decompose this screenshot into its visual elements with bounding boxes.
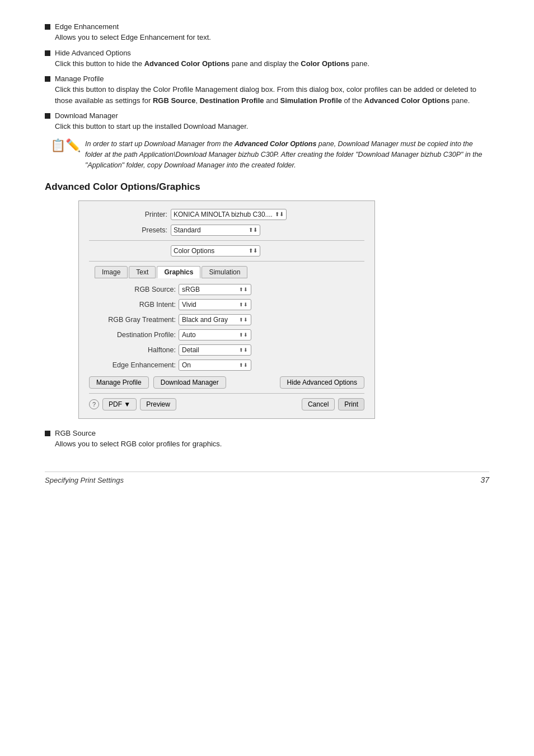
rgb-gray-treatment-arrow-icon: ⬆⬇ [239,317,248,323]
edge-enhancement-label: Edge Enhancement: [89,361,176,369]
page-footer: Specifying Print Settings 37 [45,472,489,484]
bullet-desc: Click this button to hide the Advanced C… [55,58,369,69]
bullet-title: Manage Profile [55,74,489,83]
presets-select[interactable]: Standard ⬆⬇ [171,225,260,236]
footer-left: Specifying Print Settings [45,476,124,484]
halftone-select[interactable]: Detail ⬆⬇ [179,344,251,356]
rgb-source-arrow-icon: ⬆⬇ [239,287,248,292]
bullet-square-icon [45,431,50,436]
panel-arrow-icon: ⬆⬇ [249,248,257,254]
panel-select[interactable]: Color Options ⬆⬇ [171,245,260,256]
bold-text: RGB Source [153,96,196,105]
bullet-title: Download Manager [55,111,248,120]
rgb-intent-row: RGB Intent: Vivid ⬆⬇ [89,299,364,310]
presets-row: Presets: Standard ⬆⬇ [89,225,364,236]
presets-arrow-icon: ⬆⬇ [249,227,257,233]
printer-label: Printer: [89,211,167,218]
edge-enhancement-row: Edge Enhancement: On ⬆⬇ [89,360,364,371]
bullet-manage-profile: Manage Profile Click this button to disp… [45,74,489,106]
print-button[interactable]: Print [338,398,364,410]
bullet-desc: Allows you to select RGB color profiles … [55,438,222,450]
presets-label: Presets: [89,226,167,234]
note-text: In order to start up Download Manager fr… [85,139,489,171]
bold-text: Color Options [301,59,349,68]
rgb-source-select[interactable]: sRGB ⬆⬇ [179,284,251,295]
destination-profile-row: Destination Profile: Auto ⬆⬇ [89,329,364,340]
rgb-gray-treatment-label: RGB Gray Treatment: [89,316,176,324]
bottom-bar: ? PDF ▼ Preview Cancel Print [89,393,364,410]
rgb-source-value: sRGB [182,286,200,293]
hide-advanced-options-button[interactable]: Hide Advanced Options [280,376,364,389]
divider [89,240,364,241]
rgb-gray-treatment-value: Black and Gray [182,316,228,324]
printer-row: Printer: KONICA MINOLTA bizhub C30.... ⬆… [89,209,364,220]
bullet-rgb-source: RGB Source Allows you to select RGB colo… [45,429,489,450]
rgb-intent-arrow-icon: ⬆⬇ [239,302,248,307]
help-button[interactable]: ? [89,399,99,409]
action-buttons-row: Manage Profile Download Manager Hide Adv… [89,376,364,389]
bullet-square-icon [45,113,50,119]
tab-text[interactable]: Text [129,266,156,278]
rgb-intent-label: RGB Intent: [89,301,176,309]
tab-image[interactable]: Image [95,266,128,278]
page-number: 37 [480,475,489,484]
destination-profile-select[interactable]: Auto ⬆⬇ [179,329,251,340]
edge-enhancement-value: On [182,361,191,369]
edge-enhancement-arrow-icon: ⬆⬇ [239,362,248,368]
bullet-square-icon [45,50,50,56]
panel-value: Color Options [174,247,214,255]
bullet-desc: Click this button to start up the instal… [55,121,248,132]
dialog-panel: Printer: KONICA MINOLTA bizhub C30.... ⬆… [78,200,375,419]
printer-select[interactable]: KONICA MINOLTA bizhub C30.... ⬆⬇ [171,209,287,220]
tabs-row: Image Text Graphics Simulation [95,266,364,278]
destination-profile-label: Destination Profile: [89,331,176,339]
note-box: 📋✏️ In order to start up Download Manage… [45,139,489,171]
panel-selector-row: Color Options ⬆⬇ [89,245,364,256]
bold-text: Simulation Profile [280,96,342,105]
rgb-intent-select[interactable]: Vivid ⬆⬇ [179,299,251,310]
rgb-gray-treatment-select[interactable]: Black and Gray ⬆⬇ [179,314,251,325]
cancel-button[interactable]: Cancel [302,398,335,410]
rgb-source-label: RGB Source: [89,286,176,293]
presets-value: Standard [174,226,201,234]
bullet-title: RGB Source [55,429,222,437]
download-manager-button[interactable]: Download Manager [153,376,226,389]
bullet-download-manager: Download Manager Click this button to st… [45,111,489,132]
destination-profile-arrow-icon: ⬆⬇ [239,332,248,338]
halftone-value: Detail [182,346,199,354]
bold-text: Advanced Color Options [144,59,229,68]
halftone-label: Halftone: [89,346,176,354]
rgb-gray-treatment-row: RGB Gray Treatment: Black and Gray ⬆⬇ [89,314,364,325]
destination-profile-value: Auto [182,331,196,339]
bullet-square-icon [45,76,50,82]
printer-value: KONICA MINOLTA bizhub C30.... [174,211,273,218]
preview-button[interactable]: Preview [140,398,176,410]
bullet-desc: Click this button to display the Color P… [55,84,489,106]
bold-text: Destination Profile [200,96,264,105]
halftone-row: Halftone: Detail ⬆⬇ [89,344,364,356]
note-icon: 📋✏️ [50,139,81,152]
tab-simulation[interactable]: Simulation [202,266,247,278]
rgb-source-row: RGB Source: sRGB ⬆⬇ [89,284,364,295]
bullet-title: Hide Advanced Options [55,49,369,57]
manage-profile-button[interactable]: Manage Profile [89,376,149,389]
bullet-square-icon [45,24,50,30]
pdf-button[interactable]: PDF ▼ [102,398,137,410]
bullet-edge-enhancement: Edge Enhancement Allows you to select Ed… [45,22,489,43]
divider2 [89,261,364,262]
edge-enhancement-select[interactable]: On ⬆⬇ [179,360,251,371]
tab-graphics[interactable]: Graphics [157,266,200,278]
section-heading: Advanced Color Options/Graphics [45,181,489,193]
bullet-desc: Allows you to select Edge Enhancement fo… [55,32,211,43]
bold-text: Advanced Color Options [364,96,449,105]
bullet-hide-advanced-options: Hide Advanced Options Click this button … [45,49,489,69]
halftone-arrow-icon: ⬆⬇ [239,347,248,353]
bullet-title: Edge Enhancement [55,22,211,31]
printer-arrow-icon: ⬆⬇ [275,211,284,217]
rgb-intent-value: Vivid [182,301,196,309]
